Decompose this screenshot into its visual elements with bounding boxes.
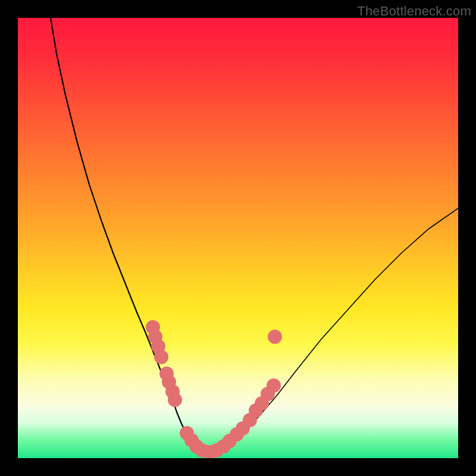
- curve-left: [51, 18, 208, 452]
- chart-svg: [18, 18, 458, 458]
- watermark-text: TheBottleneck.com: [357, 4, 471, 19]
- data-marker: [168, 393, 182, 407]
- data-marker: [267, 378, 281, 393]
- marker-group: [146, 320, 282, 458]
- data-marker: [154, 350, 168, 364]
- plot-area: [18, 18, 458, 458]
- data-marker: [268, 330, 282, 344]
